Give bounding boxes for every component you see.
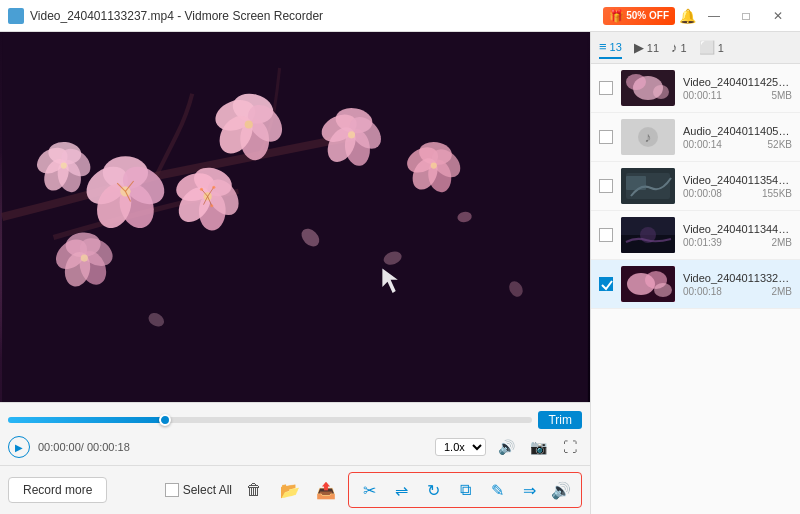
svg-point-61 [653,85,669,99]
title-bar: Video_240401133237.mp4 - Vidmore Screen … [0,0,800,32]
svg-point-74 [654,283,672,297]
edit-button[interactable]: ✎ [483,476,511,504]
tool-buttons: ✂ ⇌ ↻ ⧉ ✎ ⇒ 🔊 [348,472,582,508]
media-info: Video_240401142558.mp4 00:00:11 5MB [683,76,792,101]
svg-point-46 [210,204,213,207]
media-name: Video_240401134422.mp4 [683,223,792,235]
media-item[interactable]: ♪ Audio_240401140555.mp3 00:00:14 52KB [591,113,800,162]
progress-section: Trim [8,407,582,433]
video-display [0,32,590,402]
screenshot-icon[interactable]: 📷 [526,435,550,459]
svg-point-44 [212,186,215,189]
media-meta: 00:00:14 52KB [683,139,792,150]
speed-select[interactable]: 1.0x 0.5x 1.5x 2.0x [435,438,486,456]
time-display: 00:00:00/ 00:00:18 [38,441,130,453]
close-button[interactable]: ✕ [764,6,792,26]
merge-button[interactable]: ⇒ [515,476,543,504]
promo-badge[interactable]: 🎁 50% OFF [603,7,675,25]
export-button[interactable]: 📤 [312,476,340,504]
media-meta: 00:00:08 155KB [683,188,792,199]
audio-icon: ♪ [671,40,678,55]
tab-image[interactable]: ⬜ 1 [699,37,724,58]
play-button[interactable]: ▶ [8,436,30,458]
window-title: Video_240401133237.mp4 - Vidmore Screen … [30,9,323,23]
tab-audio[interactable]: ♪ 1 [671,37,687,58]
fullscreen-icon[interactable]: ⛶ [558,435,582,459]
media-meta: 00:00:18 2MB [683,286,792,297]
media-info: Video_240401135419.mp4 00:00:08 155KB [683,174,792,199]
app-icon [8,8,24,24]
select-all-area: Select All [165,483,232,497]
media-meta: 00:01:39 2MB [683,237,792,248]
media-info: Audio_240401140555.mp3 00:00:14 52KB [683,125,792,150]
media-meta: 00:00:11 5MB [683,90,792,101]
total-time: 00:00:18 [87,441,130,453]
main-container: Trim ▶ 00:00:00/ 00:00:18 1.0x 0.5x 1.5x… [0,32,800,514]
media-size: 155KB [762,188,792,199]
select-all-checkbox[interactable] [165,483,179,497]
media-size: 2MB [771,286,792,297]
svg-point-33 [81,255,88,262]
maximize-button[interactable]: □ [732,6,760,26]
media-duration: 00:00:18 [683,286,722,297]
open-folder-button[interactable]: 📂 [276,476,304,504]
right-panel: ≡ 13 ▶ 11 ♪ 1 ⬜ 1 [590,32,800,514]
svg-rect-0 [2,32,588,402]
svg-point-21 [348,131,355,138]
media-duration: 00:00:14 [683,139,722,150]
media-list: Video_240401142558.mp4 00:00:11 5MB ♪ [591,64,800,514]
gift-icon: 🎁 [609,9,624,23]
media-thumbnail: ♪ [621,119,675,155]
media-name: Video_240401133237.mp4 [683,272,792,284]
svg-rect-67 [626,176,646,190]
playback-row: ▶ 00:00:00/ 00:00:18 1.0x 0.5x 1.5x 2.0x… [8,433,582,461]
progress-fill [8,417,165,423]
controls-bar: Trim ▶ 00:00:00/ 00:00:18 1.0x 0.5x 1.5x… [0,402,590,465]
svg-point-27 [61,163,67,169]
media-item[interactable]: Video_240401134422.mp4 00:01:39 2MB [591,211,800,260]
blossom-svg [0,32,590,402]
media-info: Video_240401134422.mp4 00:01:39 2MB [683,223,792,248]
media-item[interactable]: Video_240401135419.mp4 00:00:08 155KB [591,162,800,211]
panel-tabs: ≡ 13 ▶ 11 ♪ 1 ⬜ 1 [591,32,800,64]
bottom-bar: Record more Select All 🗑 📂 📤 ✂ ⇌ ↻ ⧉ ✎ ⇒… [0,465,590,514]
minimize-button[interactable]: — [700,6,728,26]
item-checkbox[interactable] [599,81,613,95]
trim-button[interactable]: Trim [538,411,582,429]
media-item[interactable]: Video_240401133237.mp4 00:00:18 2MB [591,260,800,309]
media-info: Video_240401133237.mp4 00:00:18 2MB [683,272,792,297]
media-item[interactable]: Video_240401142558.mp4 00:00:11 5MB [591,64,800,113]
media-thumbnail [621,168,675,204]
item-checkbox[interactable] [599,277,613,291]
svg-point-45 [200,188,203,191]
copy-button[interactable]: ⧉ [451,476,479,504]
media-name: Video_240401135419.mp4 [683,174,792,186]
progress-handle[interactable] [159,414,171,426]
cut-button[interactable]: ✂ [355,476,383,504]
media-name: Video_240401142558.mp4 [683,76,792,88]
tab-video[interactable]: ▶ 11 [634,37,659,58]
item-checkbox[interactable] [599,130,613,144]
volume-icon[interactable]: 🔊 [494,435,518,459]
volume-adjust-button[interactable]: 🔊 [547,476,575,504]
media-thumbnail [621,266,675,302]
delete-button[interactable]: 🗑 [240,476,268,504]
record-more-button[interactable]: Record more [8,477,107,503]
rotate-button[interactable]: ↻ [419,476,447,504]
svg-point-60 [626,74,646,90]
media-size: 2MB [771,237,792,248]
select-all-label: Select All [183,483,232,497]
media-thumbnail [621,217,675,253]
media-size: 5MB [771,90,792,101]
item-checkbox[interactable] [599,179,613,193]
media-thumbnail [621,70,675,106]
current-time: 00:00:00 [38,441,81,453]
svg-text:♪: ♪ [645,129,652,145]
promo-text: 50% OFF [626,10,669,21]
tab-all[interactable]: ≡ 13 [599,36,622,59]
item-checkbox[interactable] [599,228,613,242]
media-duration: 00:00:08 [683,188,722,199]
video-area: Trim ▶ 00:00:00/ 00:00:18 1.0x 0.5x 1.5x… [0,32,590,514]
split-button[interactable]: ⇌ [387,476,415,504]
progress-track[interactable] [8,417,532,423]
